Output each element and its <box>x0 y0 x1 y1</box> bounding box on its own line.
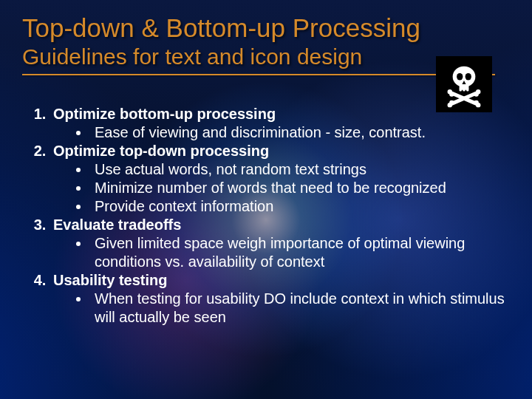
skull-crossbones-icon <box>436 56 492 112</box>
title-underline <box>22 74 495 75</box>
svg-point-11 <box>449 92 454 96</box>
sub-item: Use actual words, not random text string… <box>90 160 510 179</box>
svg-rect-3 <box>463 88 465 91</box>
sub-list: Use actual words, not random text string… <box>53 160 510 216</box>
item-heading: Usability testing <box>53 272 167 288</box>
sub-item: When testing for usability DO include co… <box>90 290 510 327</box>
list-item: Evaluate tradeoffs Given limited space w… <box>50 216 510 271</box>
item-heading: Optimize top-down processing <box>53 143 269 159</box>
svg-point-13 <box>474 92 478 96</box>
sub-list: Ease of viewing and discrimination - siz… <box>53 123 510 142</box>
svg-rect-4 <box>466 88 468 91</box>
guideline-list: Optimize bottom-up processing Ease of vi… <box>22 105 510 327</box>
svg-point-15 <box>449 100 454 105</box>
svg-point-5 <box>457 73 463 81</box>
content-area: Optimize bottom-up processing Ease of vi… <box>22 105 510 327</box>
item-heading: Optimize bottom-up processing <box>53 106 276 122</box>
svg-point-17 <box>474 100 478 105</box>
sub-item: Provide context information <box>90 197 510 216</box>
svg-rect-2 <box>460 88 462 91</box>
slide: Top-down & Bottom-up Processing Guidelin… <box>0 0 532 399</box>
sub-list: When testing for usability DO include co… <box>53 290 510 327</box>
slide-title: Top-down & Bottom-up Processing <box>22 13 510 43</box>
item-heading: Evaluate tradeoffs <box>53 216 181 233</box>
sub-list: Given limited space weigh importance of … <box>53 234 510 271</box>
svg-point-6 <box>466 73 471 81</box>
sub-item: Given limited space weigh importance of … <box>90 234 510 271</box>
list-item: Optimize top-down processing Use actual … <box>50 142 510 216</box>
sub-item: Ease of viewing and discrimination - siz… <box>90 123 510 142</box>
sub-item: Minimize number of words that need to be… <box>90 179 510 197</box>
list-item: Usability testing When testing for usabi… <box>50 271 510 327</box>
